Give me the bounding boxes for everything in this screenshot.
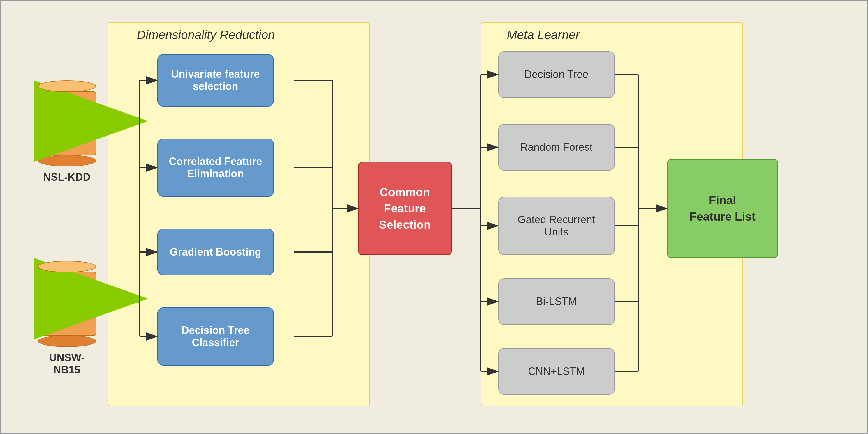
decision-tree-box: Decision Tree: [498, 51, 615, 98]
meta-learner-label: Meta Learner: [507, 28, 580, 42]
gradient-box: Gradient Boosting: [157, 229, 274, 275]
diagram-container: Dimensionality Reduction Meta Learner NS…: [0, 0, 868, 434]
correlated-box: Correlated Feature Elimination: [157, 139, 274, 197]
nsl-kdd-db: NSL-KDD: [38, 80, 96, 183]
db-body-2: [38, 272, 96, 336]
common-feature-box: Common Feature Selection: [359, 162, 452, 255]
db-top: [38, 80, 96, 92]
db-bottom: [38, 155, 96, 167]
db-bottom-2: [38, 335, 96, 347]
dtc-box: Decision Tree Classifier: [157, 307, 274, 366]
gru-box: Gated Recurrent Units: [498, 197, 615, 255]
inner-diagram: Dimensionality Reduction Meta Learner NS…: [26, 16, 842, 418]
unsw-nb15-db: UNSW-NB15: [38, 261, 96, 376]
nsl-kdd-label: NSL-KDD: [43, 171, 91, 183]
db-top-2: [38, 261, 96, 272]
unsw-nb15-label: UNSW-NB15: [49, 352, 85, 376]
univariate-box: Univariate feature selection: [157, 54, 274, 106]
cnn-lstm-box: CNN+LSTM: [498, 348, 615, 395]
bi-lstm-box: Bi-LSTM: [498, 278, 615, 325]
dim-reduction-label: Dimensionality Reduction: [137, 28, 275, 42]
random-forest-box: Random Forest: [498, 124, 615, 171]
final-feature-list-box: Final Feature List: [667, 159, 778, 258]
db-body: [38, 91, 96, 156]
